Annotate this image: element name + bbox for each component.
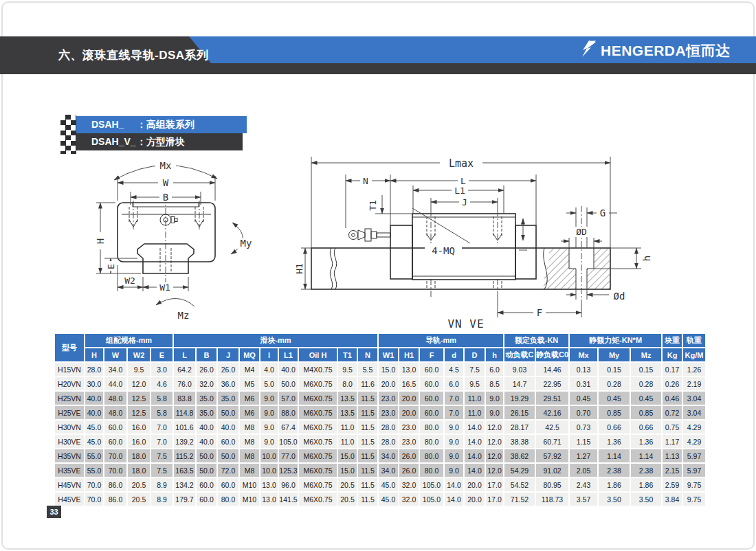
table-cell: 13.5 — [337, 405, 357, 420]
table-cell: 1.86 — [598, 477, 630, 492]
table-cell: 7.5 — [464, 362, 485, 376]
table-cell: 0.17 — [662, 362, 682, 376]
brand-icon — [581, 41, 597, 60]
table-cell: 23.0 — [399, 420, 419, 434]
table-cell: 60.0 — [419, 391, 444, 405]
table-cell: 125.3 — [278, 463, 298, 477]
model-cell: H45VE — [54, 492, 85, 506]
table-cell: 80.0 — [419, 420, 444, 434]
table-cell: 45.0 — [378, 492, 399, 506]
table-cell: 86.0 — [104, 477, 127, 492]
table-cell: 60.0 — [419, 362, 444, 376]
table-cell: 0.45 — [630, 391, 662, 405]
column-group-header: 滑块-mm — [173, 333, 378, 348]
table-cell: 67.4 — [278, 420, 298, 434]
table-cell: 1.13 — [662, 449, 682, 463]
column-header: B — [196, 348, 217, 362]
table-cell: 9.0 — [444, 434, 464, 449]
column-header: Oil H — [298, 348, 337, 362]
table-cell: 3.04 — [682, 391, 706, 405]
table-cell: 11.5 — [357, 405, 378, 420]
header-accent-shape: HENGERDA恒而达 — [189, 36, 756, 63]
table-cell: 40.0 — [217, 420, 239, 434]
table-cell: 50.0 — [217, 405, 239, 420]
dim-label-phid: Ød — [614, 291, 625, 302]
table-cell: 32.0 — [196, 376, 217, 391]
table-cell: 5.8 — [151, 405, 173, 420]
table-cell: 9.0 — [485, 391, 504, 405]
table-cell: M10 — [239, 477, 260, 492]
table-cell: 28.0 — [378, 420, 399, 434]
table-cell: 80.0 — [419, 449, 444, 463]
table-cell: 141.5 — [278, 492, 298, 506]
column-header: 动负载C — [504, 348, 535, 362]
model-cell: H30VE — [54, 434, 85, 449]
dim-label-n: N — [363, 176, 368, 186]
table-cell: 14.0 — [464, 463, 485, 477]
column-group-header: 组配规格-mm — [85, 333, 173, 348]
table-cell: 8.5 — [485, 376, 504, 391]
table-cell: 0.72 — [662, 405, 682, 420]
table-cell: 88.0 — [278, 405, 298, 420]
table-cell: 4.5 — [444, 362, 464, 376]
column-header: 静负载C0 — [535, 348, 569, 362]
table-cell: M4 — [239, 362, 260, 376]
table-row: H35VE55.070.018.07.5163.550.072.0M810.01… — [54, 463, 706, 477]
table-cell: 70.0 — [104, 449, 127, 463]
series-badge-high: DSAH_：高组装系列 — [76, 116, 247, 133]
table-cell: 34.0 — [378, 463, 399, 477]
table-cell: 54.52 — [504, 477, 535, 492]
table-cell: M5 — [239, 376, 260, 391]
table-cell: 11.6 — [357, 376, 378, 391]
table-cell: M8 — [239, 434, 260, 449]
section-header-bar: HENGERDA恒而达 六、滚珠直线导轨-DSA系列 — [0, 36, 756, 74]
table-cell: 13.5 — [337, 391, 357, 405]
table-row: H45VE70.086.020.58.9179.760.080.0M1013.0… — [54, 492, 706, 506]
column-header: J — [217, 348, 239, 362]
table-cell: 42.5 — [535, 420, 569, 434]
table-cell: 48.0 — [104, 405, 127, 420]
table-cell: 34.0 — [378, 449, 399, 463]
table-cell: 45.0 — [378, 477, 399, 492]
table-cell: 11.5 — [357, 492, 378, 506]
table-cell: 0.31 — [569, 376, 598, 391]
table-cell: 20.0 — [399, 391, 419, 405]
table-cell: 139.2 — [173, 434, 196, 449]
table-cell: 48.0 — [104, 391, 127, 405]
table-cell: 18.0 — [127, 463, 151, 477]
table-cell: 83.8 — [173, 391, 196, 405]
diagram-caption: VN VE — [447, 317, 484, 330]
column-header: F — [419, 348, 444, 362]
table-cell: 60.0 — [419, 405, 444, 420]
table-cell: 12.0 — [127, 376, 151, 391]
table-cell: 9.5 — [337, 362, 357, 376]
column-header: Mx — [569, 348, 598, 362]
dim-label-lmax: Lmax — [449, 157, 474, 170]
dim-label-l: L — [460, 176, 466, 186]
table-cell: 0.45 — [598, 391, 630, 405]
table-cell: 28.0 — [378, 434, 399, 449]
table-cell: 9.5 — [127, 362, 151, 376]
dim-label-w2: W2 — [124, 276, 135, 286]
table-cell: 70.0 — [85, 492, 104, 506]
table-cell: 1.26 — [682, 362, 706, 376]
callout-4mq: 4-MQ — [432, 245, 455, 256]
table-cell: 134.2 — [173, 477, 196, 492]
table-cell: 76.0 — [173, 376, 196, 391]
table-cell: 40.0 — [85, 405, 104, 420]
table-cell: 36.0 — [217, 376, 239, 391]
table-cell: 105.0 — [419, 477, 444, 492]
table-cell: 2.15 — [662, 463, 682, 477]
table-cell: 54.29 — [504, 463, 535, 477]
table-cell: 7.0 — [151, 434, 173, 449]
table-cell: 28.17 — [504, 420, 535, 434]
table-cell: 118.73 — [535, 492, 569, 506]
table-cell: 28.0 — [85, 362, 104, 376]
table-cell: 1.36 — [630, 434, 662, 449]
table-cell: 30.0 — [85, 376, 104, 391]
column-header: T1 — [337, 348, 357, 362]
table-cell: 60.0 — [217, 477, 239, 492]
page-number: 33 — [47, 506, 61, 518]
table-cell: 11.5 — [357, 449, 378, 463]
table-row: H15VN28.034.09.53.064.226.026.0M44.040.0… — [54, 362, 706, 376]
